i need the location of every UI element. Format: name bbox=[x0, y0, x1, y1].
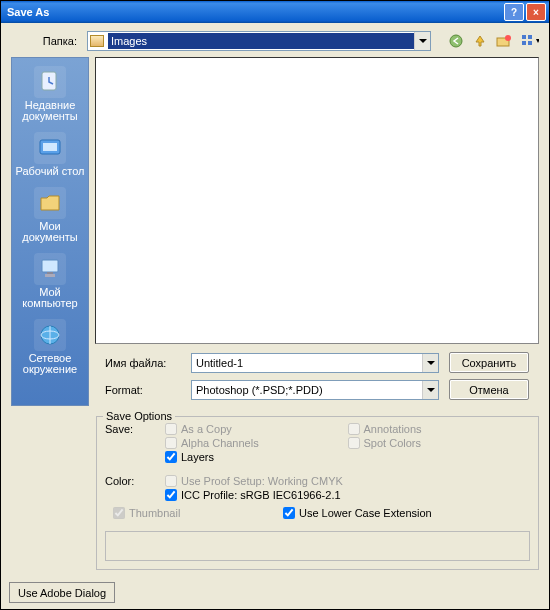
path-input[interactable] bbox=[108, 33, 414, 49]
desktop-icon bbox=[34, 132, 66, 164]
back-icon[interactable] bbox=[447, 32, 465, 50]
place-mydocs[interactable]: Мои документы bbox=[14, 183, 86, 247]
place-desktop[interactable]: Рабочий стол bbox=[14, 128, 86, 181]
chevron-down-icon[interactable] bbox=[422, 354, 438, 372]
as-copy-checkbox: As a Copy bbox=[165, 423, 348, 435]
view-menu-icon[interactable] bbox=[521, 32, 539, 50]
spot-colors-checkbox: Spot Colors bbox=[348, 437, 531, 449]
icc-profile-checkbox[interactable]: ICC Profile: sRGB IEC61966-2.1 bbox=[165, 489, 530, 501]
window-title: Save As bbox=[7, 6, 49, 18]
format-input[interactable] bbox=[192, 381, 422, 399]
titlebar: Save As ? × bbox=[1, 1, 549, 23]
my-computer-icon bbox=[34, 253, 66, 285]
lowercase-ext-checkbox[interactable]: Use Lower Case Extension bbox=[283, 507, 432, 519]
filename-label: Имя файла: bbox=[105, 357, 191, 369]
cancel-button[interactable]: Отмена bbox=[449, 379, 529, 400]
path-dropdown[interactable] bbox=[87, 31, 431, 51]
help-button[interactable]: ? bbox=[504, 3, 524, 21]
svg-rect-12 bbox=[47, 272, 53, 274]
svg-rect-9 bbox=[43, 143, 57, 151]
new-folder-icon[interactable] bbox=[495, 32, 513, 50]
place-mycomputer[interactable]: Мой компьютер bbox=[14, 249, 86, 313]
close-button[interactable]: × bbox=[526, 3, 546, 21]
save-options-legend: Save Options bbox=[103, 410, 175, 422]
proof-setup-checkbox: Use Proof Setup: Working CMYK bbox=[165, 475, 530, 487]
format-dropdown[interactable] bbox=[191, 380, 439, 400]
recent-docs-icon bbox=[34, 66, 66, 98]
preview-box bbox=[105, 531, 530, 561]
network-icon bbox=[34, 319, 66, 351]
layers-checkbox[interactable]: Layers bbox=[165, 451, 348, 463]
chevron-down-icon[interactable] bbox=[422, 381, 438, 399]
my-documents-icon bbox=[34, 187, 66, 219]
svg-point-0 bbox=[450, 35, 462, 47]
color-section-label: Color: bbox=[105, 475, 165, 503]
place-network[interactable]: Сетевое окружение bbox=[14, 315, 86, 379]
up-icon[interactable] bbox=[471, 32, 489, 50]
chevron-down-icon[interactable] bbox=[414, 32, 430, 50]
path-row: Папка: bbox=[1, 23, 549, 57]
annotations-checkbox: Annotations bbox=[348, 423, 531, 435]
filename-input[interactable] bbox=[192, 354, 422, 372]
filename-dropdown[interactable] bbox=[191, 353, 439, 373]
save-button[interactable]: Сохранить bbox=[449, 352, 529, 373]
save-section-label: Save: bbox=[105, 423, 165, 465]
alpha-channels-checkbox: Alpha Channels bbox=[165, 437, 348, 449]
save-options-group: Save Options Save: As a Copy Alpha Chann… bbox=[96, 416, 539, 570]
places-bar: Недавние документы Рабочий стол Мои доку… bbox=[11, 57, 89, 406]
use-adobe-dialog-button[interactable]: Use Adobe Dialog bbox=[9, 582, 115, 603]
svg-point-2 bbox=[505, 35, 511, 41]
svg-rect-11 bbox=[45, 274, 55, 277]
file-list[interactable] bbox=[95, 57, 539, 344]
thumbnail-checkbox: Thumbnail bbox=[113, 507, 283, 519]
svg-rect-3 bbox=[522, 35, 526, 39]
svg-rect-5 bbox=[522, 41, 526, 45]
svg-rect-10 bbox=[42, 260, 58, 272]
place-recent[interactable]: Недавние документы bbox=[14, 62, 86, 126]
folder-icon bbox=[90, 35, 104, 47]
svg-rect-6 bbox=[528, 41, 532, 45]
format-label: Format: bbox=[105, 384, 191, 396]
path-label: Папка: bbox=[11, 35, 81, 47]
svg-rect-4 bbox=[528, 35, 532, 39]
